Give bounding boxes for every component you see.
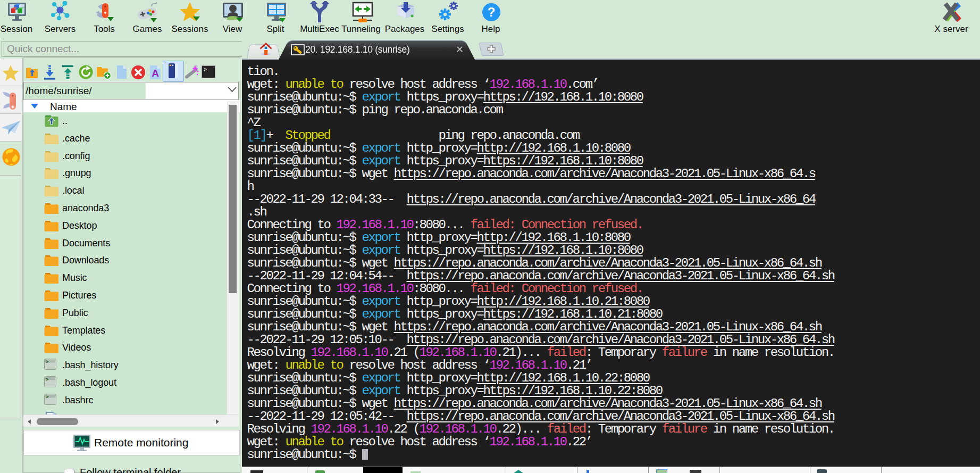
svg-text:>: > bbox=[46, 394, 48, 400]
svg-text:?: ? bbox=[488, 5, 496, 19]
svg-text:A: A bbox=[152, 68, 159, 79]
svg-text:>: > bbox=[204, 67, 207, 73]
svg-text:>: > bbox=[46, 360, 48, 365]
svg-text:>: > bbox=[46, 377, 48, 383]
